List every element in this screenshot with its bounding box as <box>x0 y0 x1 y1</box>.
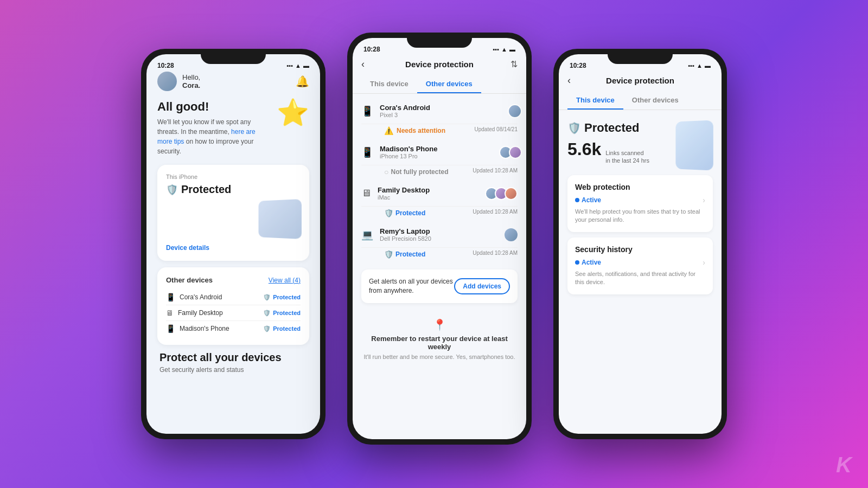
battery-icon-3: ▬ <box>705 62 711 69</box>
list-sub-2: iMac <box>378 194 485 201</box>
time-1: 10:28 <box>157 62 174 69</box>
back-arrow-3[interactable]: ‹ <box>567 75 571 86</box>
avatar-0 <box>508 104 522 118</box>
active-badge-web: Active <box>575 196 601 204</box>
tab-this-device-2[interactable]: This device <box>361 75 417 93</box>
device-name-1: Family Desktop <box>178 309 223 317</box>
time-3: 10:28 <box>570 62 586 69</box>
security-history-title: Security history <box>575 245 705 254</box>
avatar <box>157 72 177 91</box>
device-icon-2: 📱 <box>166 324 175 333</box>
links-scanned-row: 5.6k Links scannedin the last 24 hrs <box>567 139 649 165</box>
protect-all-title: Protect all your devices <box>159 351 307 364</box>
phone-2: 10:28 ▪▪▪ ▲ ▬ ‹ Device protection ⇅ This… <box>347 33 532 445</box>
wifi-icon-3: ▲ <box>697 62 703 69</box>
updated-2: Updated 10:28 AM <box>473 209 518 217</box>
wifi-icon-1: ▲ <box>295 62 301 69</box>
this-iphone-label: This iPhone <box>166 174 301 180</box>
add-devices-text: Get alerts on all your devices from anyw… <box>369 277 454 296</box>
shield-small-0: 🛡️ <box>263 294 271 301</box>
not-protected-row: ○ Not fully protected Updated 10:28 AM <box>361 165 518 181</box>
phone-3: 10:28 ▪▪▪ ▲ ▬ ‹ Device protection This d… <box>553 49 727 439</box>
reminder-section: 📍 Remember to restart your device at lea… <box>353 310 526 370</box>
tab-this-device-3[interactable]: This device <box>567 92 623 110</box>
greeting-text: Hello, <box>182 73 200 81</box>
all-good-text: All good! We'll let you know if we spot … <box>157 100 266 156</box>
protect-all-sub: Get security alerts and status <box>159 366 307 374</box>
phone1-content: Hello, Cora. 🔔 All good! We'll let you k… <box>146 72 320 374</box>
avatars-2 <box>485 187 518 200</box>
phone-1: 10:28 ▪▪▪ ▲ ▬ Hello, Cora. 🔔 <box>141 49 326 439</box>
security-history-card[interactable]: Security history Active › See alerts, no… <box>567 237 713 294</box>
battery-icon-1: ▬ <box>303 62 309 69</box>
device-name-2: Madison's Phone <box>180 325 229 332</box>
notch-1 <box>201 49 266 64</box>
status-icons-2: ▪▪▪ ▲ ▬ <box>493 46 515 53</box>
circle-icon-1: ○ <box>384 168 388 176</box>
phone-3d-image <box>675 120 713 170</box>
view-all-link[interactable]: View all (4) <box>269 277 301 284</box>
greeting-block: Hello, Cora. <box>182 73 200 89</box>
status-icons-1: ▪▪▪ ▲ ▬ <box>286 62 309 69</box>
time-2: 10:28 <box>363 46 380 53</box>
active-row-web: Active › <box>575 196 705 204</box>
shield-small-2: 🛡️ <box>263 325 271 332</box>
user-name: Cora. <box>182 81 200 89</box>
list-icon-2: 🖥 <box>361 188 371 199</box>
web-protection-title: Web protection <box>575 183 705 191</box>
signal-icon-1: ▪▪▪ <box>286 62 293 69</box>
wifi-icon-2: ▲ <box>501 46 507 53</box>
sort-icon-2[interactable]: ⇅ <box>510 59 518 69</box>
reminder-sub: It'll run better and be more secure. Yes… <box>361 353 518 361</box>
active-badge-security: Active <box>575 259 601 266</box>
device-icon-0: 📱 <box>166 293 175 301</box>
signal-icon-2: ▪▪▪ <box>493 46 499 53</box>
device-row-0: 📱 Cora's Android 🛡️ Protected <box>166 290 301 305</box>
needs-attention-label: Needs attention <box>397 127 445 134</box>
list-item-3: 💻 Remy's Laptop Dell Precision 5820 <box>361 222 518 248</box>
device-row-1: 🖥 Family Desktop 🛡️ Protected <box>166 305 301 321</box>
add-devices-banner: Get alerts on all your devices from anyw… <box>361 269 518 303</box>
shield-big-icon: 🛡️ <box>567 121 581 134</box>
list-name-0: Cora's Android <box>380 104 508 112</box>
status-icons-3: ▪▪▪ ▲ ▬ <box>688 62 711 69</box>
tab-other-devices-2[interactable]: Other devices <box>417 75 481 93</box>
protected-label-3: Protected <box>395 251 425 258</box>
list-icon-0: 📱 <box>361 105 373 117</box>
device-status-0: 🛡️ Protected <box>263 294 301 301</box>
av2-1 <box>509 146 522 159</box>
av3-2 <box>505 187 518 200</box>
phone-3-screen: 10:28 ▪▪▪ ▲ ▬ ‹ Device protection This d… <box>559 54 722 434</box>
device-list-2: 📱 Cora's Android Pixel 3 ⚠️ Needs attent… <box>353 98 526 263</box>
other-devices-label: Other devices <box>166 276 213 284</box>
tabs-3: This device Other devices <box>559 92 722 110</box>
device-details-link[interactable]: Device details <box>166 244 209 252</box>
star-icon: ⭐ <box>277 98 309 128</box>
chevron-security: › <box>703 258 705 267</box>
other-devices-card: Other devices View all (4) 📱 Cora's Andr… <box>157 267 309 345</box>
list-sub-1: iPhone 13 Pro <box>380 153 499 159</box>
not-protected-label: Not fully protected <box>391 168 448 176</box>
protected-big-section: 🛡️ Protected 5.6k Links scannedin the la… <box>567 114 713 170</box>
updated-3: Updated 10:28 AM <box>473 250 518 259</box>
add-devices-button[interactable]: Add devices <box>454 278 510 294</box>
back-arrow-2[interactable]: ‹ <box>361 59 365 70</box>
list-name-2: Family Desktop <box>378 186 485 194</box>
protect-all-section: Protect all your devices Get security al… <box>157 351 309 374</box>
avatar-3 <box>505 228 518 241</box>
active-row-security: Active › <box>575 258 705 267</box>
nav-title-3: Device protection <box>606 76 674 85</box>
active-dot-security <box>575 260 579 265</box>
list-name-1: Madison's Phone <box>380 145 499 153</box>
notification-icon[interactable]: 🔔 <box>296 75 309 88</box>
list-icon-1: 📱 <box>361 146 373 158</box>
device-name-0: Cora's Android <box>180 293 222 301</box>
device-status-2: 🛡️ Protected <box>263 325 301 332</box>
protected-label-2: Protected <box>395 209 425 217</box>
web-protection-card[interactable]: Web protection Active › We'll help prote… <box>567 175 713 232</box>
device-status-1: 🛡️ Protected <box>263 310 301 317</box>
links-count: 5.6k <box>567 139 601 159</box>
list-sub-3: Dell Precision 5820 <box>380 235 505 242</box>
tab-other-devices-3[interactable]: Other devices <box>623 92 687 110</box>
tabs-2: This device Other devices <box>353 75 526 94</box>
